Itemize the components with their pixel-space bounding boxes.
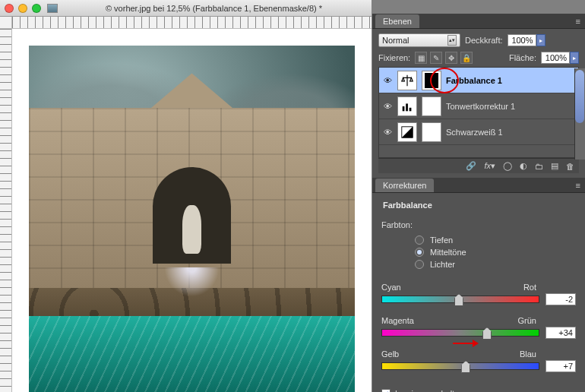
opacity-flyout-icon[interactable]: ▸ [536,34,545,46]
layer-fx-icon[interactable]: fx▾ [484,161,495,171]
tab-korrekturen[interactable]: Korrekturen [375,179,434,192]
slider-magenta-grün: MagentaGrün [381,316,576,339]
svg-rect-0 [403,106,405,111]
tone-option-lichter[interactable]: Lichter [415,260,576,269]
layers-panel-body: Normal ▴▾ Deckkraft: ▸ Fixieren: ▦ ✎ ✥ 🔒 [372,29,585,178]
layer-name-label: Farbbalance 1 [446,76,502,85]
lock-all-icon[interactable]: 🔒 [460,52,473,64]
zoom-window-button[interactable] [32,4,41,13]
layers-panel: Ebenen ≡ Normal ▴▾ Deckkraft: ▸ Fixieren… [372,14,585,178]
slider-right-label: Rot [523,283,536,292]
radio-icon[interactable] [415,236,424,245]
slider-track[interactable] [381,329,539,337]
window-title: © vorher.jpg bei 12,5% (Farbbalance 1, E… [61,4,367,13]
slider-handle[interactable] [482,327,492,340]
layer-row-schwarzweiß-1[interactable]: 👁Schwarzweiß 1 [379,119,578,145]
opacity-label: Deckkraft: [465,36,503,45]
slider-right-label: Blau [520,349,536,359]
lock-pixels-icon[interactable]: ✎ [430,52,442,64]
radio-icon[interactable] [415,260,424,269]
radio-label: Lichter [430,260,455,269]
opacity-field[interactable]: ▸ [508,34,545,46]
radio-label: Mitteltöne [430,248,466,257]
vertical-ruler[interactable] [0,29,12,392]
horizontal-ruler[interactable] [12,17,372,29]
opacity-input[interactable] [508,34,536,46]
tone-label: Farbton: [381,220,413,229]
adjustment-thumb[interactable] [397,71,417,90]
blend-mode-value: Normal [382,36,409,45]
slider-handle[interactable] [461,361,470,373]
slider-gelb-blau: GelbBlau [381,349,576,372]
tone-radio-group: TiefenMitteltöneLichter [407,236,576,269]
radio-label: Tiefen [430,236,453,245]
slider-track[interactable] [381,296,539,303]
slider-value-input[interactable] [545,293,576,305]
adjustments-panel-tabrow: Korrekturen ≡ [372,178,585,193]
document-proxy-icon[interactable] [47,4,58,13]
link-layers-icon[interactable]: 🔗 [466,161,476,171]
layers-footer: 🔗 fx▾ ◯ ◐ 🗀 ▤ 🗑 [378,158,579,173]
new-adjustment-icon[interactable]: ◐ [520,161,527,171]
blend-mode-select[interactable]: Normal ▴▾ [378,33,460,47]
layer-row-farbbalance-1[interactable]: 👁Farbbalance 1 [379,68,578,93]
document-image[interactable] [29,46,355,392]
add-mask-icon[interactable]: ◯ [503,161,512,171]
layer-name-label: Schwarzweiß 1 [446,128,503,137]
fill-input[interactable] [541,52,570,64]
slider-left-label: Gelb [381,349,399,359]
window-titlebar[interactable]: © vorher.jpg bei 12,5% (Farbbalance 1, E… [0,0,372,17]
visibility-toggle-icon[interactable]: 👁 [382,101,393,112]
adjustment-thumb[interactable] [397,122,417,142]
adjustment-heading: Farbbalance [383,201,576,210]
layers-panel-tabrow: Ebenen ≡ [372,14,585,29]
layers-panel-menu-icon[interactable]: ≡ [576,17,580,26]
minimize-window-button[interactable] [18,4,27,13]
slider-right-label: Grün [518,316,536,325]
new-group-icon[interactable]: 🗀 [535,162,543,171]
visibility-toggle-icon[interactable]: 👁 [382,75,393,86]
fill-flyout-icon[interactable]: ▸ [570,52,579,64]
adjustments-panel: Korrekturen ≡ Farbbalance Farbton: Tiefe… [372,178,585,392]
slider-left-label: Magenta [381,316,414,325]
slider-track[interactable] [381,362,539,370]
svg-rect-2 [410,107,412,111]
fill-field[interactable]: ▸ [541,52,579,64]
svg-rect-1 [406,103,408,111]
radio-icon[interactable] [415,248,424,257]
adjustments-panel-menu-icon[interactable]: ≡ [576,181,580,190]
preserve-luminosity-checkbox[interactable]: ✓ [381,389,391,392]
fill-label: Fläche: [509,53,536,62]
delete-layer-icon[interactable]: 🗑 [566,162,574,171]
preserve-luminosity-label: Luminanz erhalten [395,389,464,392]
color-balance-sliders: CyanRotMagentaGrünGelbBlau [381,283,576,372]
adjustments-panel-body: Farbbalance Farbton: TiefenMitteltöneLic… [372,193,585,392]
lock-position-icon[interactable]: ✥ [445,52,457,64]
layer-mask-thumb[interactable] [422,122,441,142]
canvas-area[interactable] [0,17,372,392]
panel-dock: Ebenen ≡ Normal ▴▾ Deckkraft: ▸ Fixieren… [372,14,585,392]
slider-value-input[interactable] [545,327,576,339]
layer-list[interactable]: 👁Farbbalance 1👁Tonwertkorrektur 1👁Schwar… [378,67,579,158]
stepper-icon: ▴▾ [447,35,457,46]
adjustment-thumb[interactable] [397,96,417,116]
layer-mask-thumb[interactable] [422,96,441,116]
layer-name-label: Tonwertkorrektur 1 [446,102,515,111]
lock-transparency-icon[interactable]: ▦ [415,52,427,64]
visibility-toggle-icon[interactable]: 👁 [382,127,393,138]
new-layer-icon[interactable]: ▤ [551,161,558,171]
layers-scrollbar-thumb[interactable] [575,70,584,123]
ruler-origin[interactable] [0,17,12,29]
window-controls [5,4,41,13]
slider-value-input[interactable] [545,360,576,372]
close-window-button[interactable] [5,4,14,13]
tone-option-tiefen[interactable]: Tiefen [415,236,576,245]
tab-ebenen[interactable]: Ebenen [375,14,419,28]
slider-handle[interactable] [454,294,463,306]
preserve-luminosity-row[interactable]: ✓ Luminanz erhalten [381,389,576,392]
layer-mask-thumb[interactable] [422,71,441,90]
layer-row-tonwertkorrektur-1[interactable]: 👁Tonwertkorrektur 1 [379,93,578,119]
tone-option-mitteltöne[interactable]: Mitteltöne [415,248,576,257]
lock-icons: ▦ ✎ ✥ 🔒 [415,52,473,64]
slider-cyan-rot: CyanRot [381,283,576,305]
